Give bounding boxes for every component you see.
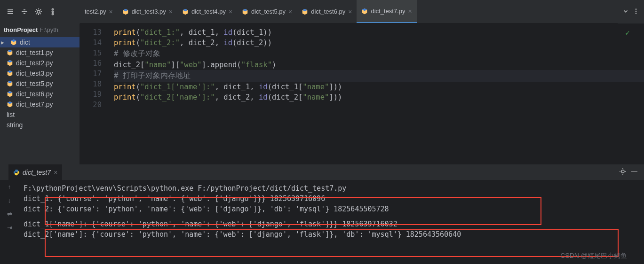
run-panel: dict_test7 × — ↑ ↓ ⇌ ⇥ F:\pythonProject\…	[0, 164, 644, 264]
editor-tab[interactable]: dict_test3.py×	[118, 0, 177, 23]
console-line: F:\pythonProject\venv\Scripts\python.exe…	[24, 183, 639, 194]
gear-icon[interactable]	[33, 6, 44, 17]
kebab-icon[interactable]	[47, 6, 58, 17]
highlight-box-2	[45, 229, 619, 257]
code-line[interactable]: print("dict_1['name']:", dict_1, id(dict…	[114, 82, 644, 92]
editor-tab[interactable]: dict_test6.py×	[297, 0, 357, 23]
file-item[interactable]: list	[0, 109, 80, 120]
highlight-box-1	[45, 197, 541, 225]
svg-point-0	[37, 10, 40, 13]
close-icon[interactable]: ×	[408, 8, 412, 15]
svg-point-7	[621, 170, 624, 173]
console-output[interactable]: F:\pythonProject\venv\Scripts\python.exe…	[19, 180, 644, 264]
close-icon[interactable]: ×	[348, 8, 352, 16]
close-icon[interactable]: ×	[109, 8, 113, 16]
scroll-icon[interactable]: ⇥	[7, 224, 12, 231]
project-sidebar: thonProject F:\pyth ▸dictdict_test1.pydi…	[0, 23, 80, 164]
code-line[interactable]: print("dict_1:", dict_1, id(dict_1))	[114, 27, 644, 38]
run-tab[interactable]: dict_test7 ×	[8, 164, 62, 180]
svg-point-1	[52, 9, 54, 10]
close-icon[interactable]: ×	[54, 169, 57, 176]
editor-tab[interactable]: dict_test4.py×	[177, 0, 237, 23]
python-icon	[361, 8, 368, 15]
svg-point-6	[636, 13, 637, 14]
code-line[interactable]: # 打印子对象内存地址	[114, 70, 644, 82]
file-item[interactable]: dict_test5.py	[0, 78, 80, 89]
project-root[interactable]: thonProject F:\pyth	[0, 23, 80, 36]
file-item[interactable]: dict_test3.py	[0, 68, 80, 78]
folder-icon	[10, 39, 17, 46]
editor-tab[interactable]: test2.py×	[80, 0, 118, 23]
code-editor[interactable]: 1314151617181920 print("dict_1:", dict_1…	[80, 23, 644, 164]
wrap-icon[interactable]: ⇌	[7, 210, 12, 217]
python-icon	[7, 80, 13, 87]
python-icon	[182, 8, 189, 15]
up-icon[interactable]: ↑	[8, 183, 11, 190]
chevron-down-icon[interactable]	[622, 8, 629, 16]
gear-icon[interactable]	[619, 168, 627, 177]
python-icon	[242, 8, 248, 15]
python-icon	[7, 91, 13, 97]
minimize-icon[interactable]: —	[631, 168, 637, 177]
tab-actions	[618, 0, 644, 23]
status-ok-icon: ✓	[625, 28, 630, 37]
file-item[interactable]: dict_test6.py	[0, 89, 80, 99]
close-icon[interactable]: ×	[229, 8, 232, 16]
code-area[interactable]: print("dict_1:", dict_1, id(dict_1))prin…	[108, 23, 644, 164]
python-icon	[7, 101, 13, 108]
code-line[interactable]: print("dict_2:", dict_2, id(dict_2))	[114, 38, 644, 48]
editor-tabs: test2.py×dict_test3.py×dict_test4.py×dic…	[80, 0, 618, 23]
editor-tab[interactable]: dict_test7.py×	[357, 0, 416, 23]
file-item[interactable]: dict_test1.py	[0, 47, 80, 58]
file-item[interactable]: dict_test2.py	[0, 58, 80, 68]
code-line[interactable]: print("dict_2['name']:", dict_2, id(dict…	[114, 92, 644, 102]
python-icon	[7, 70, 13, 77]
more-icon[interactable]	[633, 8, 639, 16]
run-toolbar: ↑ ↓ ⇌ ⇥	[0, 180, 19, 264]
svg-point-5	[636, 10, 637, 12]
down-icon[interactable]: ↓	[8, 197, 11, 204]
divider-icon[interactable]	[19, 6, 30, 17]
svg-point-4	[636, 8, 637, 10]
python-icon	[7, 60, 13, 66]
code-line[interactable]: # 修改子对象	[114, 48, 644, 60]
file-item[interactable]: dict_test7.py	[0, 99, 80, 109]
folder-item[interactable]: ▸dict	[0, 37, 80, 47]
watermark: CSDN @短尾巴小鳄鱼	[560, 252, 627, 260]
python-icon	[122, 8, 129, 15]
svg-point-2	[52, 11, 54, 13]
close-icon[interactable]: ×	[288, 8, 292, 16]
python-icon	[13, 169, 20, 176]
project-toolbar	[0, 0, 80, 23]
editor-tab[interactable]: dict_test5.py×	[237, 0, 297, 23]
python-icon	[302, 8, 308, 15]
file-item[interactable]: string	[0, 120, 80, 130]
python-icon	[7, 49, 13, 56]
close-icon[interactable]: ×	[169, 8, 173, 16]
code-line[interactable]: dict_2["name"]["web"].append("flask")	[114, 60, 644, 70]
menu-icon[interactable]	[5, 6, 16, 17]
code-line[interactable]	[114, 102, 644, 104]
svg-point-3	[52, 14, 54, 15]
gutter: 1314151617181920	[80, 23, 108, 164]
chevron-icon: ▸	[1, 39, 8, 46]
